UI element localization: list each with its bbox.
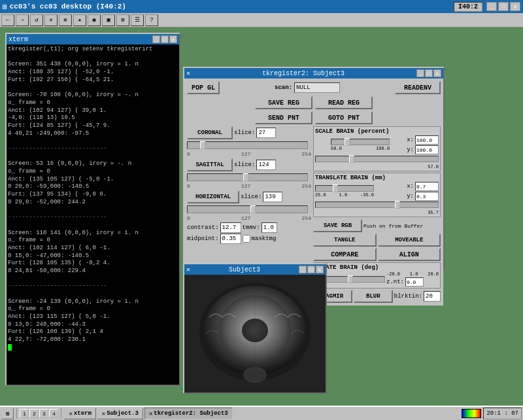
slice-max-label2: 254	[302, 183, 311, 189]
title-icon: ⊞	[3, 3, 7, 11]
blur-button[interactable]: BLUR	[354, 290, 393, 303]
horizontal-slider[interactable]	[187, 205, 308, 213]
translate-x-input[interactable]	[415, 182, 439, 191]
save-reg-button[interactable]: SAVE REG	[255, 96, 312, 109]
blrktin-input[interactable]	[424, 291, 441, 302]
coronal-button[interactable]: CORONAL	[187, 126, 233, 139]
maximize-button[interactable]: □	[498, 2, 509, 11]
scan-input[interactable]	[294, 82, 340, 93]
midpoint-input[interactable]	[220, 234, 241, 244]
masktmg-checkbox[interactable]	[243, 235, 250, 243]
xterm-window: xterm _ □ ✕ tkregister(,t1); org setenv …	[5, 33, 180, 386]
translate-y-input[interactable]	[415, 192, 439, 201]
masktmg-label: masktmg	[252, 236, 277, 242]
sagittal-button[interactable]: SAGITTAL	[187, 158, 233, 171]
zoom-button[interactable]: ⊕	[59, 14, 72, 26]
circle-button[interactable]: ◉	[88, 14, 101, 26]
subject3-window: ✕ Subject3 _ □ ✕	[183, 263, 327, 394]
workspace-1[interactable]: 1	[20, 409, 29, 418]
taskbar-xterm-label: xterm	[74, 410, 92, 417]
horizontal-button[interactable]: HORIZONTAL	[187, 190, 239, 203]
xterm-line: Anct: (123 115 127) ( 5,0 -1.	[8, 313, 178, 321]
workspace-2[interactable]: 2	[29, 409, 39, 418]
grid-button[interactable]: ▣	[102, 14, 115, 26]
subject3-icon: ✕	[186, 266, 190, 273]
blrktin-label: blrktin:	[394, 293, 422, 300]
readenv-button[interactable]: READENV	[395, 81, 441, 94]
xterm-body[interactable]: tkregister(,t1); org setenv tkregisterir…	[7, 44, 179, 385]
push-label: Push on from Buffer	[363, 223, 423, 229]
tkregister-window: ✕ tkregister2: Subject3 _ □ ✕ POP GL sca…	[183, 67, 445, 270]
workspace-3[interactable]: 3	[39, 409, 48, 418]
align-button[interactable]: ALIGN	[378, 248, 441, 261]
translate-slider-2[interactable]	[315, 201, 439, 208]
moveable-button[interactable]: MOVEABLE	[378, 234, 441, 247]
xterm-line: 0 29,0: -52,000: 244.2	[8, 199, 178, 207]
scale-x-input[interactable]	[415, 135, 439, 145]
xterm-close[interactable]: ✕	[169, 35, 177, 43]
sagittal-slider[interactable]	[187, 173, 308, 181]
stop-button[interactable]: ✕	[44, 14, 58, 26]
tkreg-maximize[interactable]: □	[425, 69, 433, 77]
xterm-line: Furt: (192 27 150) ( -64,5 21.	[8, 77, 178, 84]
help-button[interactable]: ?	[145, 14, 158, 26]
close-button[interactable]: ✕	[510, 2, 520, 11]
rotate-z-input[interactable]	[405, 277, 424, 287]
workspace-display: I40:2	[454, 2, 482, 12]
xterm-titlebar: xterm _ □ ✕	[7, 34, 179, 44]
rot-min: -20.0	[386, 271, 400, 277]
read-reg-button[interactable]: READ REG	[315, 96, 373, 109]
scale-label: SCALE BRAIN (percent)	[315, 128, 439, 135]
xterm-line: Furt: (128 105 135) ( -0,2 4.	[8, 260, 178, 268]
taskbar-xterm[interactable]: ✕ xterm	[64, 408, 95, 419]
pop-gl-button[interactable]: POP GL	[187, 81, 220, 94]
star-button[interactable]: ★	[73, 14, 86, 26]
plus-button[interactable]: ⊞	[116, 14, 129, 26]
compare-button[interactable]: COMPARE	[313, 248, 377, 261]
save-rgb-button[interactable]: SAVE RGB	[313, 219, 362, 232]
menu-button[interactable]: ☰	[131, 14, 144, 26]
scale-y-input[interactable]	[415, 145, 439, 154]
start-button[interactable]: ⊞	[1, 408, 14, 419]
scale-slider-1[interactable]	[331, 139, 390, 145]
scale-max: 100.0	[376, 146, 390, 151]
minimize-button[interactable]: _	[486, 2, 497, 11]
taskbar-subject3-label: Subject.3	[107, 410, 139, 417]
sagittal-slice-input[interactable]	[256, 160, 276, 170]
xterm-line: 8 24,81 -50,000: 229.4	[8, 268, 178, 275]
subject3-titlebar: ✕ Subject3 _ □ ✕	[184, 264, 326, 275]
desktop: xterm _ □ ✕ tkregister(,t1); org setenv …	[0, 27, 523, 406]
subject3-close[interactable]: ✕	[316, 266, 324, 273]
main-titlebar: ⊞ cc03's cc03 desktop (I40:2) I40:2 _ □ …	[0, 0, 523, 13]
goto-pnt-button[interactable]: GOTO PNT	[315, 111, 373, 124]
xterm-line: 0 15,0: -47,000: -140.5	[8, 253, 178, 260]
tkreg-close[interactable]: ✕	[433, 69, 441, 77]
slice-max-label3: 254	[302, 215, 311, 221]
horizontal-slice-input[interactable]	[263, 192, 282, 202]
contrast-input[interactable]	[220, 222, 241, 233]
coronal-slice-input[interactable]	[256, 128, 276, 138]
xterm-line: Screen: 53 16 (0,0,0), irory = -. n	[8, 160, 178, 168]
subject3-maximize[interactable]: □	[307, 266, 315, 273]
translate-slider-1[interactable]	[315, 185, 374, 192]
scale-slider-2[interactable]	[315, 156, 439, 162]
send-pnt-button[interactable]: SEND PNT	[255, 111, 312, 124]
tmmv-input[interactable]	[262, 222, 277, 233]
xterm-line	[8, 275, 178, 283]
taskbar-tkreg-label: tkregister2: Subject3	[154, 410, 228, 417]
subject3-minimize[interactable]: _	[299, 266, 307, 273]
forward-button[interactable]: →	[16, 14, 29, 26]
coronal-slider[interactable]	[187, 141, 308, 149]
xterm-line: Anct: (102 114 127) ( 6,0 -1.	[8, 245, 178, 253]
tkreg-minimize[interactable]: _	[416, 69, 424, 77]
back-button[interactable]: ←	[1, 14, 14, 26]
xterm-line: Anct: (102 94 127) ( 39,0 1.	[8, 107, 178, 115]
taskbar-subject3[interactable]: ✕ Subject.3	[97, 408, 143, 419]
taskbar-tkregister[interactable]: ✕ tkregister2: Subject3	[144, 408, 233, 419]
refresh-button[interactable]: ↺	[30, 14, 43, 26]
workspace-4[interactable]: 4	[49, 409, 58, 418]
xterm-minimize[interactable]: _	[152, 35, 160, 43]
xterm-line: 0 13,0: 248,000: -44.3	[8, 321, 178, 329]
tangle-button[interactable]: TANGLE	[313, 234, 377, 247]
xterm-maximize[interactable]: □	[161, 35, 169, 43]
